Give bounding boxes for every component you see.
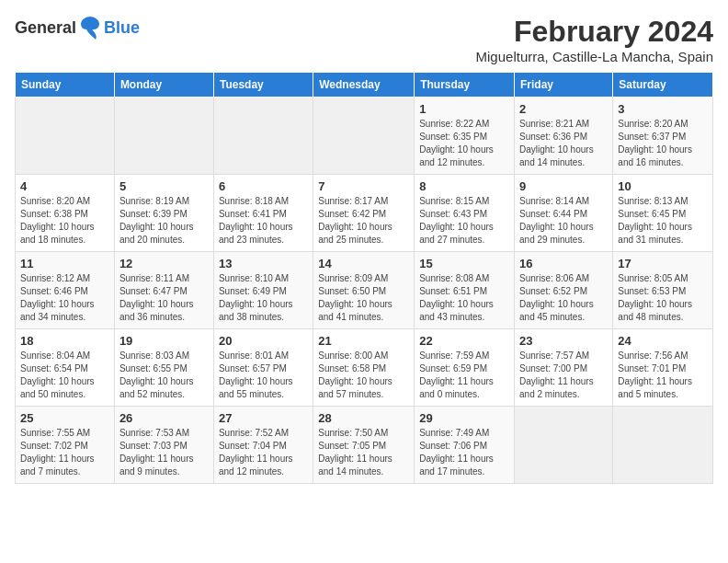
- calendar-cell: 26Sunrise: 7:53 AM Sunset: 7:03 PM Dayli…: [114, 407, 213, 484]
- calendar-cell: 12Sunrise: 8:11 AM Sunset: 6:47 PM Dayli…: [114, 252, 213, 329]
- column-header-friday: Friday: [515, 73, 613, 98]
- day-number: 26: [119, 411, 209, 425]
- logo-bird-icon: [79, 15, 101, 40]
- day-number: 27: [219, 411, 308, 425]
- day-info: Sunrise: 8:08 AM Sunset: 6:51 PM Dayligh…: [419, 272, 509, 324]
- calendar-cell: 13Sunrise: 8:10 AM Sunset: 6:49 PM Dayli…: [213, 252, 313, 329]
- calendar-week-row: 25Sunrise: 7:55 AM Sunset: 7:02 PM Dayli…: [16, 407, 713, 484]
- day-info: Sunrise: 7:59 AM Sunset: 6:59 PM Dayligh…: [419, 350, 509, 401]
- column-header-thursday: Thursday: [415, 73, 515, 98]
- calendar-cell: 25Sunrise: 7:55 AM Sunset: 7:02 PM Dayli…: [16, 407, 115, 484]
- logo: General Blue: [15, 15, 140, 40]
- day-number: 29: [419, 411, 509, 425]
- calendar-cell: 6Sunrise: 8:18 AM Sunset: 6:41 PM Daylig…: [213, 175, 313, 252]
- calendar-cell: 20Sunrise: 8:01 AM Sunset: 6:57 PM Dayli…: [213, 329, 313, 407]
- day-number: 10: [618, 179, 708, 193]
- calendar-cell: 17Sunrise: 8:05 AM Sunset: 6:53 PM Dayli…: [613, 252, 713, 329]
- day-info: Sunrise: 8:06 AM Sunset: 6:52 PM Dayligh…: [519, 272, 608, 324]
- day-number: 23: [519, 334, 608, 348]
- day-number: 9: [519, 179, 608, 193]
- day-info: Sunrise: 8:10 AM Sunset: 6:49 PM Dayligh…: [219, 272, 308, 324]
- calendar-cell: 19Sunrise: 8:03 AM Sunset: 6:55 PM Dayli…: [114, 329, 213, 407]
- day-number: 6: [219, 179, 308, 193]
- column-header-sunday: Sunday: [16, 73, 115, 98]
- calendar-cell: 4Sunrise: 8:20 AM Sunset: 6:38 PM Daylig…: [16, 175, 115, 252]
- day-number: 17: [618, 257, 708, 270]
- calendar-cell: 2Sunrise: 8:21 AM Sunset: 6:36 PM Daylig…: [515, 98, 613, 175]
- day-info: Sunrise: 8:14 AM Sunset: 6:44 PM Dayligh…: [519, 195, 608, 247]
- day-number: 22: [419, 334, 509, 348]
- calendar-cell: [213, 98, 313, 175]
- day-info: Sunrise: 8:03 AM Sunset: 6:55 PM Dayligh…: [119, 350, 209, 401]
- day-info: Sunrise: 7:49 AM Sunset: 7:06 PM Dayligh…: [419, 427, 509, 478]
- day-number: 16: [519, 257, 608, 270]
- calendar-cell: 22Sunrise: 7:59 AM Sunset: 6:59 PM Dayli…: [415, 329, 515, 407]
- calendar-cell: 28Sunrise: 7:50 AM Sunset: 7:05 PM Dayli…: [313, 407, 415, 484]
- day-number: 5: [119, 179, 209, 193]
- calendar-cell: 1Sunrise: 8:22 AM Sunset: 6:35 PM Daylig…: [415, 98, 515, 175]
- day-info: Sunrise: 7:53 AM Sunset: 7:03 PM Dayligh…: [119, 427, 209, 478]
- calendar-cell: 23Sunrise: 7:57 AM Sunset: 7:00 PM Dayli…: [515, 329, 613, 407]
- day-info: Sunrise: 8:09 AM Sunset: 6:50 PM Dayligh…: [318, 272, 409, 324]
- day-info: Sunrise: 8:17 AM Sunset: 6:42 PM Dayligh…: [318, 195, 409, 247]
- day-info: Sunrise: 8:20 AM Sunset: 6:37 PM Dayligh…: [618, 118, 708, 169]
- day-number: 8: [419, 179, 509, 193]
- day-info: Sunrise: 8:05 AM Sunset: 6:53 PM Dayligh…: [618, 272, 708, 324]
- day-number: 21: [318, 334, 409, 348]
- title-block: February 2024 Miguelturra, Castille-La M…: [476, 15, 713, 64]
- day-info: Sunrise: 8:13 AM Sunset: 6:45 PM Dayligh…: [618, 195, 708, 247]
- day-number: 15: [419, 257, 509, 270]
- day-number: 19: [119, 334, 209, 348]
- day-number: 25: [20, 411, 109, 425]
- day-number: 2: [519, 102, 608, 116]
- calendar-cell: 27Sunrise: 7:52 AM Sunset: 7:04 PM Dayli…: [213, 407, 313, 484]
- column-header-saturday: Saturday: [613, 73, 713, 98]
- location-subtitle: Miguelturra, Castille-La Mancha, Spain: [476, 49, 713, 64]
- day-info: Sunrise: 8:15 AM Sunset: 6:43 PM Dayligh…: [419, 195, 509, 247]
- column-header-wednesday: Wednesday: [313, 73, 415, 98]
- day-info: Sunrise: 7:57 AM Sunset: 7:00 PM Dayligh…: [519, 350, 608, 401]
- day-info: Sunrise: 8:12 AM Sunset: 6:46 PM Dayligh…: [20, 272, 109, 324]
- column-header-monday: Monday: [114, 73, 213, 98]
- calendar-cell: 9Sunrise: 8:14 AM Sunset: 6:44 PM Daylig…: [515, 175, 613, 252]
- calendar-cell: 16Sunrise: 8:06 AM Sunset: 6:52 PM Dayli…: [515, 252, 613, 329]
- day-number: 3: [618, 102, 708, 116]
- calendar-cell: 14Sunrise: 8:09 AM Sunset: 6:50 PM Dayli…: [313, 252, 415, 329]
- day-number: 4: [20, 179, 109, 193]
- day-info: Sunrise: 8:18 AM Sunset: 6:41 PM Dayligh…: [219, 195, 308, 247]
- day-info: Sunrise: 8:11 AM Sunset: 6:47 PM Dayligh…: [119, 272, 209, 324]
- logo-blue: Blue: [104, 18, 140, 38]
- day-number: 7: [318, 179, 409, 193]
- day-number: 13: [219, 257, 308, 270]
- day-info: Sunrise: 8:20 AM Sunset: 6:38 PM Dayligh…: [20, 195, 109, 247]
- calendar-cell: 18Sunrise: 8:04 AM Sunset: 6:54 PM Dayli…: [16, 329, 115, 407]
- calendar-cell: 8Sunrise: 8:15 AM Sunset: 6:43 PM Daylig…: [415, 175, 515, 252]
- calendar-cell: 11Sunrise: 8:12 AM Sunset: 6:46 PM Dayli…: [16, 252, 115, 329]
- day-info: Sunrise: 8:00 AM Sunset: 6:58 PM Dayligh…: [318, 350, 409, 401]
- day-info: Sunrise: 8:22 AM Sunset: 6:35 PM Dayligh…: [419, 118, 509, 169]
- calendar-cell: 21Sunrise: 8:00 AM Sunset: 6:58 PM Dayli…: [313, 329, 415, 407]
- day-info: Sunrise: 8:04 AM Sunset: 6:54 PM Dayligh…: [20, 350, 109, 401]
- day-info: Sunrise: 7:55 AM Sunset: 7:02 PM Dayligh…: [20, 427, 109, 478]
- day-number: 28: [318, 411, 409, 425]
- page-header: General Blue February 2024 Miguelturra, …: [15, 15, 713, 64]
- month-year-title: February 2024: [476, 15, 713, 49]
- day-number: 18: [20, 334, 109, 348]
- calendar-header-row: SundayMondayTuesdayWednesdayThursdayFrid…: [16, 73, 713, 98]
- calendar-cell: 5Sunrise: 8:19 AM Sunset: 6:39 PM Daylig…: [114, 175, 213, 252]
- day-info: Sunrise: 8:01 AM Sunset: 6:57 PM Dayligh…: [219, 350, 308, 401]
- day-info: Sunrise: 7:50 AM Sunset: 7:05 PM Dayligh…: [318, 427, 409, 478]
- calendar-cell: [515, 407, 613, 484]
- calendar-table: SundayMondayTuesdayWednesdayThursdayFrid…: [15, 72, 713, 484]
- calendar-cell: 3Sunrise: 8:20 AM Sunset: 6:37 PM Daylig…: [613, 98, 713, 175]
- day-info: Sunrise: 7:52 AM Sunset: 7:04 PM Dayligh…: [219, 427, 308, 478]
- day-info: Sunrise: 7:56 AM Sunset: 7:01 PM Dayligh…: [618, 350, 708, 401]
- calendar-cell: [613, 407, 713, 484]
- day-number: 1: [419, 102, 509, 116]
- day-number: 24: [618, 334, 708, 348]
- calendar-cell: 10Sunrise: 8:13 AM Sunset: 6:45 PM Dayli…: [613, 175, 713, 252]
- day-info: Sunrise: 8:21 AM Sunset: 6:36 PM Dayligh…: [519, 118, 608, 169]
- calendar-cell: [114, 98, 213, 175]
- column-header-tuesday: Tuesday: [213, 73, 313, 98]
- day-number: 20: [219, 334, 308, 348]
